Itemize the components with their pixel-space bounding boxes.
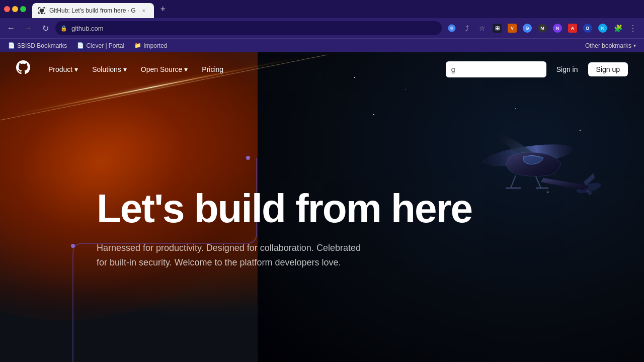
- window-minimize-button[interactable]: [12, 6, 18, 12]
- share-button[interactable]: ⤴: [460, 21, 474, 35]
- nav-links: Product ▾ Solutions ▾ Open Source ▾ Pric…: [42, 62, 229, 76]
- active-tab[interactable]: GitHub: Let's build from here · G ×: [32, 3, 154, 18]
- address-bar-row: ← → ↻ 🔒 ⤴ ☆ ⊞ V G: [0, 18, 644, 38]
- window-maximize-button[interactable]: [20, 6, 26, 12]
- chrome-menu-button[interactable]: ⋮: [626, 21, 640, 35]
- extension-7-button[interactable]: B: [581, 21, 595, 35]
- hero-subtitle: Harnessed for productivity. Designed for…: [97, 241, 373, 270]
- solutions-chevron: ▾: [123, 65, 127, 73]
- product-chevron: ▾: [74, 65, 78, 73]
- pricing-nav-link[interactable]: Pricing: [196, 62, 229, 76]
- extension-1-button[interactable]: ⊞: [490, 21, 504, 35]
- address-bar-container: 🔒: [55, 21, 442, 35]
- other-bookmarks-label: Other bookmarks: [585, 42, 631, 49]
- bookmark-imported-label: Imported: [143, 42, 167, 49]
- three-dots-icon: ⋮: [629, 24, 637, 33]
- bookmarks-right: Other bookmarks ▾: [581, 41, 640, 50]
- tab-close-button[interactable]: ×: [140, 7, 148, 15]
- new-tab-button[interactable]: +: [156, 2, 170, 16]
- search-input[interactable]: [446, 61, 546, 77]
- tab-favicon: [38, 7, 45, 14]
- google-account-button[interactable]: [445, 21, 459, 35]
- sign-in-button[interactable]: Sign in: [550, 62, 584, 76]
- browser-chrome: GitHub: Let's build from here · G × + ← …: [0, 0, 644, 52]
- product-label: Product: [48, 65, 72, 73]
- bookmark-clever-icon: 📄: [77, 42, 84, 49]
- extension-6-button[interactable]: A: [566, 21, 580, 35]
- website-content: Product ▾ Solutions ▾ Open Source ▾ Pric…: [0, 52, 644, 362]
- hero-content: Let's build from here Harnessed for prod…: [0, 86, 644, 270]
- hero-title: Let's build from here: [97, 187, 499, 231]
- solutions-label: Solutions: [92, 65, 121, 73]
- github-navbar: Product ▾ Solutions ▾ Open Source ▾ Pric…: [0, 52, 644, 86]
- bookmark-clever-label: Clever | Portal: [86, 42, 124, 49]
- bookmark-sbisd-label: SBISD Bookmarks: [17, 42, 67, 49]
- forward-button[interactable]: →: [21, 21, 35, 35]
- bookmark-clever[interactable]: 📄 Clever | Portal: [73, 41, 128, 50]
- extension-5-button[interactable]: N: [550, 21, 565, 35]
- bookmark-sbisd-icon: 📄: [8, 42, 15, 49]
- extension-3-button[interactable]: G: [520, 21, 534, 35]
- bookmark-imported[interactable]: 📁 Imported: [130, 41, 171, 50]
- other-bookmarks[interactable]: Other bookmarks ▾: [581, 41, 640, 50]
- back-button[interactable]: ←: [4, 21, 18, 35]
- other-bookmarks-chevron: ▾: [633, 43, 636, 48]
- reload-button[interactable]: ↻: [38, 21, 52, 35]
- tab-bar: GitHub: Let's build from here · G × +: [0, 0, 644, 18]
- lock-icon: 🔒: [60, 25, 67, 32]
- bookmark-star-button[interactable]: ☆: [475, 21, 489, 35]
- window-controls: [4, 6, 26, 12]
- tab-title: GitHub: Let's build from here · G: [49, 7, 136, 14]
- window-close-button[interactable]: [4, 6, 10, 12]
- sign-up-button[interactable]: Sign up: [588, 62, 628, 76]
- bookmarks-bar: 📄 SBISD Bookmarks 📄 Clever | Portal 📁 Im…: [0, 38, 644, 52]
- open-source-nav-link[interactable]: Open Source ▾: [135, 62, 194, 76]
- bookmark-imported-icon: 📁: [134, 42, 141, 49]
- extension-8-button[interactable]: K: [596, 21, 610, 35]
- extensions-puzzle-button[interactable]: 🧩: [611, 21, 625, 35]
- github-logo[interactable]: [16, 60, 30, 78]
- open-source-label: Open Source: [141, 65, 183, 73]
- browser-toolbar-icons: ⤴ ☆ ⊞ V G M N A B: [445, 21, 640, 35]
- pricing-label: Pricing: [202, 65, 223, 73]
- extension-2-button[interactable]: V: [505, 21, 519, 35]
- bookmark-sbisd[interactable]: 📄 SBISD Bookmarks: [4, 41, 71, 50]
- solutions-nav-link[interactable]: Solutions ▾: [86, 62, 133, 76]
- extension-4-button[interactable]: M: [535, 21, 549, 35]
- address-input[interactable]: [55, 21, 442, 35]
- product-nav-link[interactable]: Product ▾: [42, 62, 84, 76]
- open-source-chevron: ▾: [184, 65, 188, 73]
